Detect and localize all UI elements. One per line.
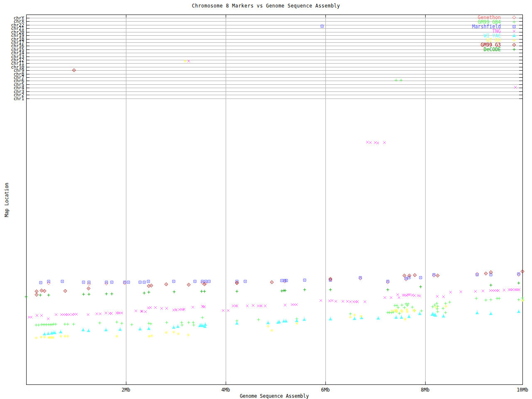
series-tng-marker [460, 291, 462, 293]
series-tng-marker [234, 305, 237, 307]
series-wi-yac-marker [88, 328, 89, 329]
series-tng-marker [40, 314, 43, 317]
series-tng-marker [436, 295, 438, 298]
series-gm99-g3-marker [490, 272, 491, 273]
series-gm99-g3-marker [36, 294, 37, 295]
series-tng-marker [252, 304, 254, 307]
series-tng-marker [117, 312, 120, 314]
series-wi-yac-marker [205, 322, 206, 323]
series-tng-marker [397, 293, 399, 296]
series-tng-marker [160, 307, 163, 310]
series-marshfield-marker [111, 282, 112, 283]
series-gm99-gb4-marker [349, 313, 352, 315]
series-marshfield-marker [387, 281, 388, 282]
series-gm99-gb4-marker [66, 323, 69, 326]
series-wi-yac-marker [105, 329, 108, 331]
series-tng-marker [398, 296, 400, 299]
series-tng-marker [514, 288, 516, 291]
series-marshfield-marker [518, 273, 519, 274]
legend-label-decode: DeCODE [483, 47, 501, 52]
series-tng-marker [328, 300, 331, 302]
series-wi-yac-marker [490, 311, 491, 312]
series-tng-marker [352, 300, 355, 303]
series-marshfield-marker [322, 26, 323, 27]
series-tng-marker [68, 313, 71, 316]
series-wi-rh-marker [35, 337, 38, 340]
x-tick-label-10Mb: 10Mb [509, 387, 532, 393]
series-gm99-gb4-marker [521, 297, 524, 300]
series-wi-rh-marker [52, 336, 55, 339]
series-gm99-g3-marker [166, 284, 167, 285]
series-decode-marker [517, 282, 520, 285]
series-marshfield-marker [205, 281, 206, 282]
series-tng-marker [121, 312, 123, 314]
series-tng-marker [291, 303, 293, 306]
series-wi-yac-marker [303, 318, 306, 321]
series-gm99-g3-marker [88, 288, 89, 289]
series-wi-rh-marker [391, 310, 394, 313]
series-wi-yac-marker [43, 333, 46, 335]
series-tng-marker [503, 289, 505, 291]
series-tng-marker [517, 288, 519, 291]
series-wi-rh-marker [165, 331, 168, 334]
series-gm99-gb4-marker [397, 306, 400, 309]
series-wi-rh-marker [267, 325, 270, 328]
series-tng-marker [259, 305, 261, 307]
series-wi-yac-marker [87, 330, 90, 332]
series-tng-marker [62, 313, 65, 316]
series-tng-marker [497, 289, 500, 292]
x-tick-label-6Mb: 6Mb [312, 387, 339, 393]
series-wi-yac-marker [47, 332, 50, 335]
series-wi-rh-marker [148, 335, 151, 338]
series-wi-yac-marker [177, 325, 180, 328]
x-axis-label: Genome Sequence Assembly [26, 393, 522, 399]
series-marshfield-marker [40, 282, 41, 283]
series-gm99-gb4-marker [411, 306, 414, 309]
series-gm99-gb4-marker [72, 323, 75, 326]
series-decode-marker [148, 291, 150, 294]
series-decode-marker [490, 284, 493, 287]
series-tng-marker [246, 305, 249, 307]
series-gm99-gb4-marker [442, 307, 445, 310]
series-wi-rh-marker [187, 334, 190, 337]
series-wi-yac-marker [202, 323, 203, 324]
series-decode-marker [143, 292, 146, 295]
series-tng-marker [442, 296, 445, 298]
series-tng-marker [154, 306, 157, 309]
series-gm99-gb4-marker [181, 324, 184, 327]
series-tng-marker [135, 310, 137, 312]
series-wi-yac-marker [119, 328, 122, 331]
series-gm99-g3-marker [188, 284, 189, 285]
series-wi-rh-marker [413, 310, 416, 313]
series-decode-marker [203, 290, 206, 293]
series-wi-rh-marker [296, 322, 298, 325]
series-wi-rh-marker [521, 299, 524, 302]
series-wi-yac-marker [140, 327, 140, 328]
series-marshfield-marker [433, 274, 434, 275]
series-gm99-g3-marker [74, 70, 74, 71]
series-gm99-g3-marker [414, 275, 415, 276]
series-wi-yac-marker [395, 316, 398, 319]
legend-gm99-g3-marker [514, 44, 515, 45]
series-tng-marker [482, 290, 484, 292]
series-tng-marker [383, 141, 386, 144]
series-wi-yac-marker [296, 318, 297, 319]
series-tng-marker [180, 308, 182, 310]
series-tng-marker [295, 303, 298, 306]
series-gm99-g3-marker [151, 285, 152, 286]
series-gm99-g3-marker [522, 271, 523, 272]
series-marshfield-marker [304, 280, 305, 281]
series-marshfield-marker [62, 281, 63, 282]
series-gm99-gb4-marker [187, 321, 190, 324]
series-wi-rh-marker [66, 335, 69, 338]
series-wi-yac-marker [353, 318, 356, 320]
series-gm99-gb4-marker [436, 310, 439, 313]
series-wi-yac-marker [201, 323, 202, 324]
series-wi-rh-marker [360, 315, 363, 318]
series-wi-yac-marker [400, 316, 403, 319]
series-wi-yac-marker [408, 315, 411, 318]
series-wi-yac-marker [401, 315, 402, 316]
legend-marshfield-marker [514, 26, 515, 27]
series-wi-yac-marker [419, 311, 420, 312]
series-gm99-gb4-marker [490, 298, 493, 301]
